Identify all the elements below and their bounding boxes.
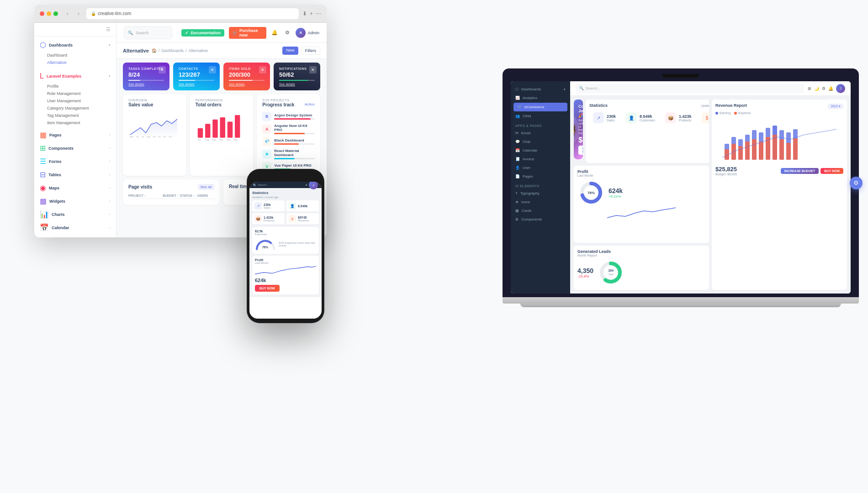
phone-revenue-dollar: $: [291, 217, 293, 221]
laptop-notification-icon[interactable]: 🔔: [828, 86, 833, 91]
laptop-chat-label: Chat: [523, 140, 530, 144]
sidebar-item-tag-management[interactable]: Tag Management: [34, 112, 116, 119]
laravel-icon: L: [40, 72, 44, 80]
stat-detail-items[interactable]: See details: [229, 83, 265, 86]
sidebar-item-category-management[interactable]: Category Management: [34, 105, 116, 112]
sidebar-toggle[interactable]: ☰: [106, 26, 111, 32]
components-sidebar-icon: ⊞: [515, 217, 519, 221]
browser-url-bar[interactable]: 🔒 creative-tim.com: [86, 8, 299, 19]
tables-label: Tables: [48, 173, 61, 177]
add-tab-icon[interactable]: +: [310, 10, 313, 17]
phone-sales-value: 230k: [264, 203, 271, 206]
laptop-sidebar-components[interactable]: ⊞ Components: [511, 215, 570, 224]
laptop-sidebar-icons[interactable]: ★ Icons: [511, 198, 570, 206]
action-button[interactable]: Action: [305, 102, 315, 106]
laptop-sidebar-email[interactable]: ✉ Email: [511, 129, 570, 137]
forms-group[interactable]: ☰ Forms ›: [34, 155, 116, 168]
pages-group[interactable]: ▦ Pages ›: [34, 128, 116, 142]
forward-button[interactable]: ›: [74, 10, 83, 18]
laptop-sidebar-crm[interactable]: 👥 CRM: [511, 112, 570, 121]
new-button[interactable]: New: [282, 47, 298, 55]
dashboards-group[interactable]: ⬡ Dashboards ▾: [34, 38, 116, 52]
sidebar-item-dashboard[interactable]: Dashboard: [34, 52, 116, 59]
laptop-moon-icon[interactable]: 🌙: [814, 86, 819, 91]
laptop-sidebar-invoice[interactable]: 🧾 Invoice: [511, 155, 570, 163]
search-icon: 🔍: [128, 31, 133, 35]
back-button[interactable]: ‹: [64, 10, 72, 18]
laptop-sidebar-calendar[interactable]: 📅 Calendar: [511, 146, 570, 155]
sidebar-header: ☰: [34, 23, 116, 37]
sidebar-item-profile[interactable]: Profile: [34, 83, 116, 90]
settings-button[interactable]: ⚙: [283, 28, 291, 37]
stat-detail-contacts[interactable]: See details: [179, 83, 214, 86]
laptop-sidebar-pages[interactable]: 📄 Pages: [511, 172, 570, 181]
filters-button[interactable]: Filters: [301, 47, 321, 55]
purchase-label: Purchase now: [239, 28, 263, 37]
leads-change: -15.8%: [577, 274, 593, 278]
laptop-search-box[interactable]: 🔍 Search...: [576, 84, 804, 93]
laptop-sidebar-ecommerce[interactable]: 🛒 eCommerce: [513, 103, 567, 111]
svg-text:Nov: Nov: [227, 139, 231, 141]
black-bar-track: [274, 143, 315, 145]
charts-group[interactable]: 📊 Charts ›: [34, 208, 116, 221]
sidebar-item-role-management[interactable]: Role Management: [34, 90, 116, 97]
close-dot[interactable]: [40, 11, 44, 16]
laptop-right-col: Revenue Report 2022 ▾: [712, 100, 847, 290]
sidebar-item-alternative[interactable]: Alternative: [34, 59, 116, 66]
charts-icon: 📊: [40, 210, 49, 219]
vue-name: Vue Paper UI Kit PRO: [274, 163, 315, 168]
orders-chart-card: PERFORMANCE Total orders Jul Aug: [190, 94, 254, 176]
stat-detail-tasks[interactable]: See details: [128, 83, 164, 86]
laravel-arrow: ▾: [109, 74, 111, 78]
admin-menu[interactable]: A Admin: [296, 28, 319, 38]
laptop-sidebar-typography[interactable]: T Typography: [511, 189, 570, 198]
widgets-group[interactable]: ▩ Widgets ›: [34, 194, 116, 208]
calendar-group[interactable]: 📅 Calendar ›: [34, 221, 116, 234]
laptop-sidebar-analytics[interactable]: 📈 Analytics: [511, 94, 570, 102]
sales-stat-value: 230k: [607, 114, 616, 119]
phone-stats-grid: ↗ 230k Sales 👤 8.54: [252, 200, 319, 224]
laptop-apps-section: APPS & PAGES: [511, 121, 570, 129]
revenue-budget: Budget: $6,800: [715, 173, 737, 176]
maps-group[interactable]: ◉ Maps ›: [34, 181, 116, 194]
earning-dot: [715, 112, 718, 115]
laravel-group[interactable]: L Laravel Examples ▾: [34, 70, 116, 83]
tables-group[interactable]: ⊟ Tables ›: [34, 168, 116, 181]
maximize-dot[interactable]: [53, 11, 58, 16]
stat-detail-notifications[interactable]: See details: [279, 83, 315, 86]
laptop-sidebar-dashboards[interactable]: ⬡ Dashboards ▾: [511, 85, 570, 94]
sidebar-item-item-management[interactable]: Item Management: [34, 119, 116, 126]
breadcrumb-separator1: /: [159, 48, 160, 53]
laptop-sidebar-cards[interactable]: ▦ Cards: [511, 206, 570, 215]
phone-gauge-area: 76% 62% Expenses more than last month: [255, 237, 316, 251]
buy-now-laptop-button[interactable]: BUY NOW: [820, 168, 843, 174]
laptop-settings-icon[interactable]: ⚙: [822, 86, 826, 91]
minimize-dot[interactable]: [47, 11, 51, 16]
angular-name: Angular Now UI Kit PRO: [274, 124, 315, 132]
svg-rect-10: [212, 120, 217, 138]
laptop-grid-icon[interactable]: ⊞: [808, 86, 811, 91]
sidebar-item-user-management[interactable]: User Management: [34, 97, 116, 105]
purchase-button[interactable]: 🛒 Purchase now: [229, 27, 266, 39]
buy-now-button[interactable]: BUY NOW: [255, 285, 280, 292]
more-icon[interactable]: ⋯: [316, 10, 321, 17]
laptop-sidebar-user[interactable]: 👤 User: [511, 163, 570, 172]
laptop-sidebar-chat[interactable]: 💬 Chat: [511, 137, 570, 146]
components-group[interactable]: ⊞ Components ›: [34, 142, 116, 155]
notification-button[interactable]: 🔔: [271, 28, 279, 37]
documentation-button[interactable]: ✓ Documentation: [181, 29, 224, 37]
see-all-button[interactable]: See all: [198, 184, 214, 190]
search-box[interactable]: 🔍 Search: [124, 26, 172, 39]
phone-top-icons: + J: [305, 182, 318, 189]
svg-text:Aug: Aug: [147, 136, 150, 138]
phone-container: 🔍 Search... + J Statistics Updated 1 mon…: [247, 169, 324, 323]
year-selector[interactable]: 2022 ▾: [828, 104, 843, 109]
angular-bar: [274, 133, 305, 134]
increase-budget-button[interactable]: INCREASE BUDGET: [781, 168, 819, 174]
svg-text:Jun: Jun: [136, 136, 139, 138]
laptop-avatar[interactable]: J: [836, 84, 845, 93]
products-icon: 📦: [668, 115, 673, 121]
phone-add-icon[interactable]: +: [305, 183, 307, 187]
col-status: STATUS ↑: [180, 194, 197, 197]
download-icon[interactable]: ⬇: [302, 10, 307, 17]
